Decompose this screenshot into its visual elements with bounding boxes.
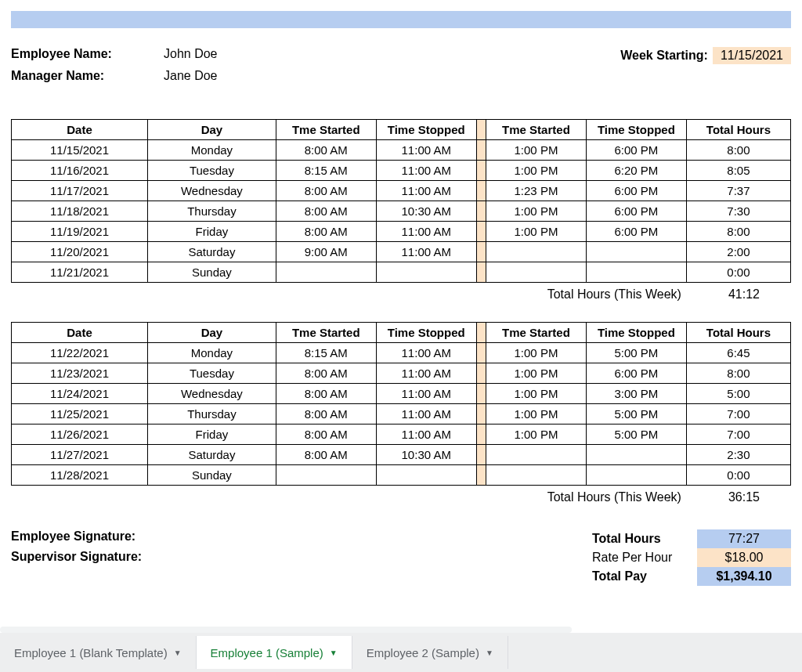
cell-start1: 8:00 AM [276,445,376,465]
manager-name-label: Manager Name: [11,69,164,83]
table-row: 11/18/2021Thursday8:00 AM10:30 AM1:00 PM… [12,201,791,222]
cell-start2: 1:00 PM [486,384,586,404]
cell-start1: 8:00 AM [276,222,376,242]
th-time-stopped-1: Time Stopped [376,323,476,343]
cell-stop1: 11:00 AM [376,161,476,181]
cell-stop2: 6:00 PM [586,140,686,161]
cell-start1: 8:00 AM [276,140,376,161]
cell-total: 8:05 [686,161,790,181]
table-row: 11/28/2021Sunday0:00 [12,465,791,486]
cell-total: 2:00 [686,242,790,262]
th-total-hours: Total Hours [686,323,790,343]
week1-total-value: 41:12 [728,287,760,302]
sheet-tab[interactable]: Employee 2 (Sample)▼ [352,636,508,669]
th-tme-started-1: Tme Started [276,323,376,343]
sheet-tab[interactable]: Employee 1 (Blank Template)▼ [0,636,197,669]
cell-separator [476,262,486,283]
cell-total: 7:00 [686,404,790,425]
total-pay-label: Total Pay [587,567,697,586]
cell-date: 11/21/2021 [12,262,148,283]
cell-stop1: 11:00 AM [376,222,476,242]
cell-day: Friday [148,222,276,242]
cell-total: 7:37 [686,181,790,201]
th-date: Date [12,120,148,140]
cell-separator [476,465,486,486]
week1-total-label: Total Hours (This Week) [547,287,681,302]
week-starting-label: Week Starting: [620,49,708,63]
cell-start2: 1:00 PM [486,404,586,425]
cell-separator [476,384,486,404]
th-separator [476,323,486,343]
table-row: 11/27/2021Saturday8:00 AM10:30 AM2:30 [12,445,791,465]
cell-total: 6:45 [686,343,790,363]
th-total-hours: Total Hours [686,120,790,140]
cell-stop2 [586,262,686,283]
cell-start2 [486,445,586,465]
cell-day: Friday [148,425,276,445]
cell-day: Tuesday [148,161,276,181]
cell-stop1 [376,262,476,283]
cell-start2: 1:00 PM [486,222,586,242]
timesheet-week1-table: Date Day Tme Started Time Stopped Tme St… [11,119,791,283]
manager-name-value: Jane Doe [164,69,218,83]
cell-date: 11/25/2021 [12,404,148,425]
cell-stop2: 6:20 PM [586,161,686,181]
total-pay-value: $1,394.10 [697,567,791,586]
cell-day: Wednesday [148,181,276,201]
table-row: 11/23/2021Tuesday8:00 AM11:00 AM1:00 PM6… [12,363,791,384]
cell-start1: 8:00 AM [276,201,376,222]
cell-stop2 [586,242,686,262]
cell-separator [476,404,486,425]
cell-separator [476,242,486,262]
th-day: Day [148,120,276,140]
cell-stop2: 5:00 PM [586,425,686,445]
th-tme-started-1: Tme Started [276,120,376,140]
employee-name-label: Employee Name: [11,47,164,64]
cell-start1: 8:00 AM [276,425,376,445]
table-row: 11/24/2021Wednesday8:00 AM11:00 AM1:00 P… [12,384,791,404]
th-tme-started-2: Tme Started [486,323,586,343]
cell-stop1: 10:30 AM [376,201,476,222]
cell-day: Tuesday [148,363,276,384]
timesheet-week2-table: Date Day Tme Started Time Stopped Tme St… [11,322,791,486]
table-row: 11/22/2021Monday8:15 AM11:00 AM1:00 PM5:… [12,343,791,363]
sheet-tab[interactable]: Employee 1 (Sample)▼ [197,636,352,669]
cell-start2: 1:00 PM [486,161,586,181]
cell-separator [476,140,486,161]
cell-date: 11/27/2021 [12,445,148,465]
cell-start2 [486,242,586,262]
cell-stop2: 5:00 PM [586,343,686,363]
header-bar [11,11,791,28]
cell-day: Sunday [148,465,276,486]
cell-stop2: 6:00 PM [586,222,686,242]
totals-box: Total Hours 77:27 Rate Per Hour $18.00 T… [587,529,791,586]
cell-day: Saturday [148,242,276,262]
cell-start1 [276,262,376,283]
th-time-stopped-2: Time Stopped [586,323,686,343]
cell-stop1: 11:00 AM [376,384,476,404]
cell-day: Thursday [148,201,276,222]
sheet-tabs-bar: Employee 1 (Blank Template)▼Employee 1 (… [0,633,802,672]
table-row: 11/19/2021Friday8:00 AM11:00 AM1:00 PM6:… [12,222,791,242]
cell-total: 7:00 [686,425,790,445]
employee-signature-label: Employee Signature: [11,529,142,544]
cell-total: 8:00 [686,363,790,384]
cell-date: 11/19/2021 [12,222,148,242]
cell-date: 11/28/2021 [12,465,148,486]
chevron-down-icon[interactable]: ▼ [486,649,493,657]
chevron-down-icon[interactable]: ▼ [330,649,338,657]
horizontal-scrollbar[interactable] [0,627,572,633]
chevron-down-icon[interactable]: ▼ [174,649,182,657]
cell-stop2: 6:00 PM [586,363,686,384]
table-row: 11/21/2021Sunday0:00 [12,262,791,283]
cell-start1 [276,465,376,486]
cell-day: Wednesday [148,384,276,404]
cell-start2 [486,465,586,486]
cell-date: 11/15/2021 [12,140,148,161]
table-row: 11/26/2021Friday8:00 AM11:00 AM1:00 PM5:… [12,425,791,445]
cell-start1: 9:00 AM [276,242,376,262]
cell-stop1: 11:00 AM [376,425,476,445]
cell-stop1: 11:00 AM [376,140,476,161]
sheet-tab-label: Employee 2 (Sample) [367,646,479,659]
cell-stop1: 11:00 AM [376,181,476,201]
